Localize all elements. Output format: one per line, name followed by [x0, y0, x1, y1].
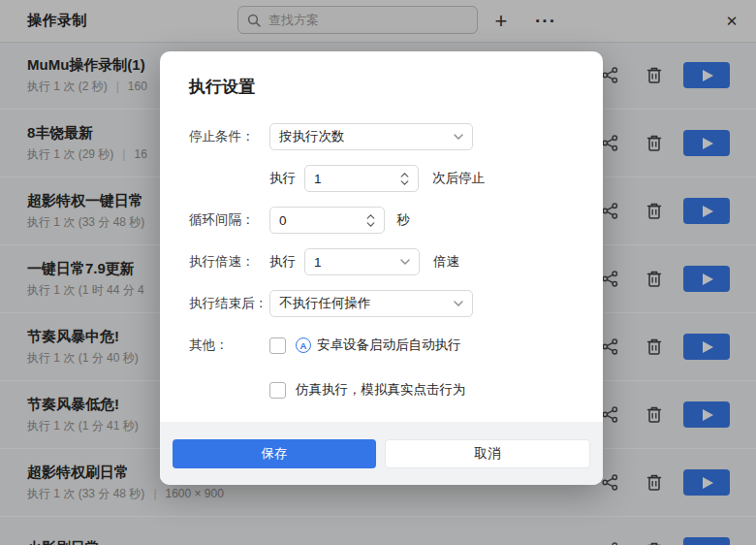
- auto-start-row: 其他： A 安卓设备启动后自动执行: [189, 332, 574, 359]
- chevron-down-icon: [366, 222, 375, 227]
- chevron-down-icon: [454, 134, 463, 140]
- execution-settings-dialog: 执行设置 停止条件： 按执行次数 执行 1: [160, 51, 603, 485]
- chevron-down-icon: [400, 259, 410, 265]
- stop-condition-select[interactable]: 按执行次数: [269, 123, 473, 150]
- auto-start-checkbox[interactable]: [269, 337, 286, 354]
- run-count-suffix: 次后停止: [432, 170, 485, 187]
- after-end-label: 执行结束后：: [189, 295, 269, 312]
- after-end-row: 执行结束后： 不执行任何操作: [189, 290, 574, 317]
- speed-unit: 倍速: [433, 253, 459, 271]
- loop-interval-unit: 秒: [396, 211, 410, 229]
- stop-condition-row: 停止条件： 按执行次数: [189, 123, 574, 150]
- speed-label: 执行倍速：: [189, 253, 269, 271]
- chevron-down-icon: [400, 180, 409, 185]
- run-count-row: 执行 1 次后停止: [189, 165, 574, 192]
- stepper-control[interactable]: [366, 214, 375, 227]
- simulate-row: 仿真执行，模拟真实点击行为: [189, 376, 574, 403]
- chevron-up-icon: [400, 173, 409, 177]
- app-window: 操作录制 + ··· ✕ MuMu操作录制(1) 执行 1 次 (2 秒) | …: [0, 0, 756, 545]
- speed-select[interactable]: 1: [304, 248, 420, 275]
- chevron-down-icon: [454, 301, 463, 306]
- others-label: 其他：: [189, 337, 269, 354]
- simulate-checkbox[interactable]: [269, 382, 286, 399]
- run-count-input[interactable]: 1: [304, 165, 419, 192]
- stop-condition-label: 停止条件：: [189, 128, 269, 145]
- chevron-up-icon: [366, 214, 375, 219]
- save-button[interactable]: 保存: [173, 439, 376, 468]
- loop-interval-row: 循环间隔： 0 秒: [189, 207, 574, 234]
- run-count-prefix: 执行: [269, 170, 296, 187]
- stepper-control[interactable]: [400, 173, 409, 185]
- speed-prefix: 执行: [269, 253, 296, 271]
- dialog-title: 执行设置: [189, 76, 603, 98]
- dialog-footer: 保存 取消: [160, 422, 603, 485]
- cancel-button[interactable]: 取消: [385, 439, 590, 468]
- loop-interval-input[interactable]: 0: [269, 207, 385, 234]
- loop-interval-label: 循环间隔：: [189, 211, 269, 229]
- after-end-select[interactable]: 不执行任何操作: [269, 290, 473, 317]
- simulate-label: 仿真执行，模拟真实点击行为: [296, 381, 466, 399]
- android-icon: A: [296, 337, 311, 353]
- auto-start-label: 安卓设备启动后自动执行: [317, 337, 461, 354]
- speed-row: 执行倍速： 执行 1 倍速: [189, 248, 574, 275]
